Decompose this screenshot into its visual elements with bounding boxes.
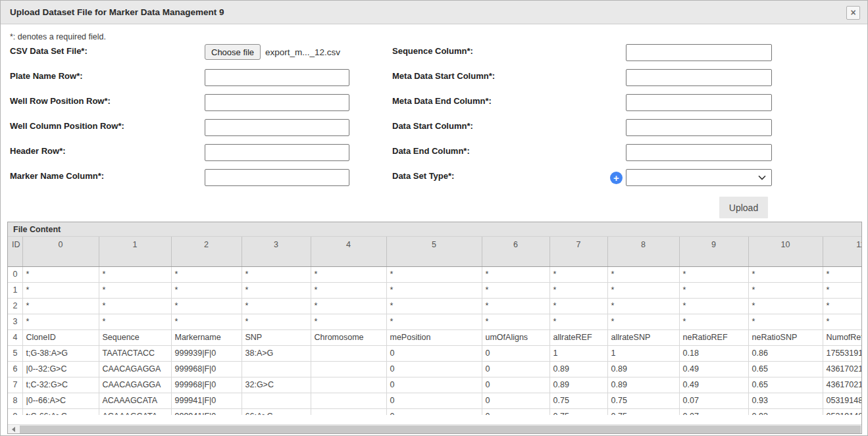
data-set-type-row: Data Set Type*: + [392,169,787,186]
table-cell: * [99,314,171,329]
table-cell: 05319148944 [823,408,861,415]
table-cell: ACAAAGCATA [99,408,171,415]
table-cell: CAACAGAGGA [99,377,171,393]
column-header-9: 9 [679,237,748,266]
row-id-cell: 4 [8,329,22,345]
well-column-position-input[interactable] [205,119,349,136]
table-cell: 0.89 [607,377,679,393]
column-header-4: 4 [311,237,386,266]
table-cell: * [171,266,242,282]
data-start-column-input[interactable] [626,119,772,136]
table-row[interactable]: 9t;C-66:A>CACAAAGCATA999941|F|066:A>C000… [8,408,861,415]
table-cell: * [482,314,549,329]
close-icon[interactable]: × [846,6,860,20]
data-start-column-label: Data Start Column*: [392,119,626,131]
table-cell: 999939|F|0 [171,345,242,361]
data-set-type-select[interactable] [626,169,772,186]
column-header-2: 2 [171,237,242,266]
table-row[interactable]: 1************ [8,282,861,298]
marker-name-column-row: Marker Name Column*: [10,169,369,186]
table-cell: * [549,266,607,282]
table-cell: mePosition [386,329,482,345]
choose-file-button[interactable]: Choose file [205,44,261,60]
table-cell: * [748,298,823,314]
table-cell: 43617021228 [823,377,861,393]
table-row[interactable]: 4CloneIDSequenceMarkernameSNPChromosomem… [8,329,861,345]
table-cell: * [748,314,823,329]
required-note: *: denotes a required field. [10,32,106,41]
table-cell: * [823,298,861,314]
table-cell: CloneID [22,329,99,345]
row-id-cell: 1 [8,282,22,298]
dialog-header: Upload Dataset File for Marker Data Mana… [1,1,867,24]
data-end-column-label: Data End Column*: [392,144,626,156]
table-row[interactable]: 0************ [8,266,861,282]
table-cell: ACAAAGCATA [99,393,171,408]
selected-file-name: export_m..._12.csv [265,47,340,57]
table-row[interactable]: 6|0--32:G>CCAACAGAGGA999968|F|0000.890.8… [8,361,861,377]
table-cell: * [171,314,242,329]
table-cell: 0.18 [679,345,748,361]
table-cell: * [22,282,99,298]
table-cell: * [679,298,748,314]
meta-data-end-column-input[interactable] [626,94,772,111]
table-cell: 0.89 [607,361,679,377]
plus-icon[interactable]: + [610,172,623,184]
row-id-cell: 7 [8,377,22,393]
marker-name-column-input[interactable] [205,169,349,186]
table-cell: 0.75 [607,408,679,415]
table-cell: * [386,314,482,329]
scroll-left-arrow-icon[interactable] [8,425,19,433]
row-id-cell: 8 [8,393,22,408]
table-cell [311,361,386,377]
table-cell: 0.89 [549,377,607,393]
column-header-id: ID [8,237,22,266]
meta-data-start-column-input[interactable] [626,69,772,86]
table-cell: 0.75 [549,408,607,415]
table-cell: * [549,314,607,329]
table-cell: * [823,266,861,282]
table-cell: 0 [386,361,482,377]
upload-button[interactable]: Upload [719,197,768,218]
column-header-11: 11 [823,237,861,266]
table-cell: * [242,266,311,282]
row-id-cell: 6 [8,361,22,377]
table-cell: * [549,282,607,298]
well-row-position-input[interactable] [205,94,349,111]
scrollbar-thumb[interactable] [20,425,861,433]
data-start-column-row: Data Start Column*: [392,119,787,136]
table-cell: 1 [549,345,607,361]
plate-name-row-input[interactable] [205,69,349,86]
table-cell: |0--66:A>C [22,393,99,408]
table-cell: neRatioSNP [748,329,823,345]
table-cell: 1 [607,345,679,361]
table-cell: * [679,266,748,282]
sequence-column-row: Sequence Column*: [392,44,787,61]
file-control: Choose file export_m..._12.csv [205,44,340,60]
well-column-position-row: Well Column Position Row*: [10,119,369,136]
table-cell: 0 [482,377,549,393]
csv-file-label: CSV Data Set File*: [10,44,205,56]
sequence-column-input[interactable] [626,44,772,61]
table-row[interactable]: 5t;G-38:A>GTAATACTACC999939|F|038:A>G001… [8,345,861,361]
chevron-down-icon [758,175,766,180]
data-end-column-input[interactable] [626,144,772,161]
file-content-table-wrap: ID012345678910110************1**********… [8,237,861,415]
table-cell: 0 [482,345,549,361]
row-id-cell: 3 [8,314,22,329]
table-row[interactable]: 7t;C-32:G>CCAACAGAGGA999968|F|032:G>C000… [8,377,861,393]
table-cell: * [607,314,679,329]
table-cell: * [748,266,823,282]
header-row-input[interactable] [205,144,349,161]
table-row[interactable]: 3************ [8,314,861,329]
table-cell: * [482,298,549,314]
table-cell: * [607,298,679,314]
table-cell: 0 [482,393,549,408]
table-row[interactable]: 2************ [8,298,861,314]
table-row[interactable]: 8|0--66:A>CACAAAGCATA999941|F|0000.750.7… [8,393,861,408]
table-cell: t;G-38:A>G [22,345,99,361]
column-header-0: 0 [22,237,99,266]
table-cell: * [386,266,482,282]
column-header-5: 5 [386,237,482,266]
horizontal-scrollbar[interactable] [8,424,861,433]
